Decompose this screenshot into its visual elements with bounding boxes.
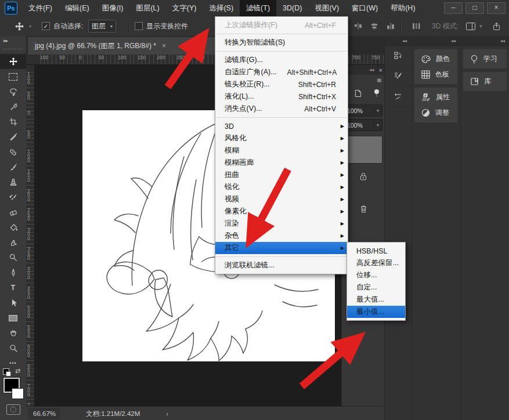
- filter-menu-item[interactable]: 镜头校正(R)... Shift+Ctrl+R ▶: [215, 78, 348, 90]
- delete-layer-icon[interactable]: [342, 181, 385, 213]
- zoom-level-field[interactable]: 66.67%: [29, 408, 60, 419]
- auto-select-checkbox[interactable]: ✓: [42, 16, 50, 36]
- filter-menu-item[interactable]: 自适应广角(A)... Alt+Shift+Ctrl+A ▶: [215, 66, 348, 78]
- submenu-item[interactable]: HSB/HSL: [347, 245, 405, 257]
- marquee-tool-button[interactable]: [0, 69, 26, 84]
- properties-panel-button[interactable]: 属性: [414, 89, 457, 105]
- lock-icon[interactable]: [342, 164, 385, 181]
- collapse-dock-icon[interactable]: ◂◂: [451, 38, 456, 44]
- pen-tool-button[interactable]: [0, 265, 26, 280]
- zoom-tool-button[interactable]: [0, 341, 26, 356]
- filter-menu-item[interactable]: 杂色 ▶: [215, 230, 348, 242]
- layer-thumbnail[interactable]: [344, 136, 382, 164]
- brush-settings-panel-icon[interactable]: [385, 66, 411, 86]
- type-tool-button[interactable]: T: [0, 280, 26, 295]
- filter-menu-item[interactable]: 模糊画廊 ▶: [215, 157, 348, 169]
- filter-menu-item[interactable]: 渲染 ▶: [215, 218, 348, 230]
- submenu-item[interactable]: 位移...: [347, 269, 405, 281]
- close-panel-icon[interactable]: ×: [379, 67, 382, 74]
- filter-menu-item[interactable]: 滤镜库(G)... ▶: [215, 54, 348, 66]
- menubar-item[interactable]: 滤镜(T): [240, 0, 276, 16]
- align-bottom-icon[interactable]: [384, 16, 397, 36]
- tool-preset-chevron-icon[interactable]: ▾: [29, 16, 31, 36]
- filter-menu-item[interactable]: 转换为智能滤镜(S) ▶: [215, 37, 348, 49]
- document-tab[interactable]: jpg (4).jpg @ 66.7% (图层 1, RGB/8#) * ×: [28, 37, 224, 55]
- share-icon[interactable]: [490, 16, 503, 36]
- submenu-item[interactable]: 自定...: [347, 281, 405, 294]
- blend-mode-icon[interactable]: [355, 89, 362, 99]
- gradient-tool-button[interactable]: [0, 220, 26, 235]
- opacity-knob-icon[interactable]: [373, 89, 380, 100]
- lasso-tool-button[interactable]: [0, 84, 26, 99]
- menubar-item[interactable]: 帮助(H): [384, 0, 421, 16]
- minimize-button[interactable]: –: [444, 2, 463, 14]
- filter-menu-item[interactable]: 上次滤镜操作(F) Alt+Ctrl+F ▶: [215, 19, 348, 31]
- brush-tool-button[interactable]: [0, 160, 26, 175]
- quick-mask-button[interactable]: [0, 403, 26, 416]
- options-chevron-icon[interactable]: ▾: [479, 16, 482, 36]
- collapse-dock-icon[interactable]: ◂◂: [500, 38, 505, 44]
- default-colors-icon[interactable]: [3, 368, 9, 375]
- libraries-panel-button[interactable]: 库: [463, 74, 507, 89]
- filter-menu-item[interactable]: 视频 ▶: [215, 193, 348, 205]
- learn-panel-button[interactable]: 学习: [463, 51, 507, 67]
- menubar-item[interactable]: 视图(V): [308, 0, 345, 16]
- filter-menu-item[interactable]: 风格化 ▶: [215, 132, 348, 144]
- chevron-down-icon[interactable]: ▾: [373, 123, 382, 128]
- tool-presets-panel-icon[interactable]: [385, 86, 411, 107]
- path-select-tool-button[interactable]: [0, 295, 26, 310]
- filter-menu-item[interactable]: 锐化 ▶: [215, 181, 348, 193]
- submenu-item[interactable]: 高反差保留...: [347, 257, 405, 269]
- submenu-item[interactable]: 最大值...: [347, 294, 405, 306]
- history-panel-icon[interactable]: [385, 46, 411, 66]
- status-chevron-icon[interactable]: ›: [166, 410, 168, 417]
- tab-close-icon[interactable]: ×: [162, 42, 166, 50]
- filter-menu-item[interactable]: 浏览联机滤镜... ▶: [215, 259, 348, 271]
- menubar-item[interactable]: 图像(I): [96, 0, 130, 16]
- opacity-field[interactable]: 100% ▾: [344, 104, 382, 117]
- hand-tool-button[interactable]: [0, 325, 26, 341]
- menubar-item[interactable]: 3D(D): [276, 0, 308, 16]
- align-center-icon[interactable]: [368, 16, 381, 36]
- filter-menu-item[interactable]: 3D ▶: [215, 120, 348, 132]
- auto-select-target-dropdown[interactable]: 图层▾: [88, 16, 116, 36]
- move-tool-button[interactable]: [0, 54, 26, 69]
- background-color[interactable]: [12, 388, 24, 399]
- menubar-item[interactable]: 编辑(E): [59, 0, 96, 16]
- history-brush-tool-button[interactable]: [0, 190, 26, 205]
- shape-tool-button[interactable]: [0, 310, 26, 325]
- toolbar-expand-icon[interactable]: ▸▸: [0, 36, 26, 45]
- crop-tool-button[interactable]: [0, 114, 26, 129]
- submenu-item[interactable]: 最小值...: [347, 306, 405, 318]
- menubar-item[interactable]: 窗口(W): [345, 0, 384, 16]
- magic-wand-tool-button[interactable]: [0, 99, 26, 114]
- filter-menu-item[interactable]: 消失点(V)... Alt+Ctrl+V ▶: [215, 103, 348, 115]
- menubar-item[interactable]: 图层(L): [129, 0, 165, 16]
- filter-menu-item[interactable]: 扭曲 ▶: [215, 169, 348, 181]
- eraser-tool-button[interactable]: [0, 205, 26, 220]
- distribute-icon[interactable]: [410, 16, 423, 36]
- smudge-tool-button[interactable]: [0, 235, 26, 250]
- workspace-icon[interactable]: [464, 16, 477, 36]
- clone-stamp-tool-button[interactable]: [0, 175, 26, 190]
- swatches-panel-button[interactable]: 色板: [414, 67, 457, 82]
- fill-field[interactable]: 100% ▾: [344, 119, 382, 131]
- chevron-down-icon[interactable]: ▾: [373, 108, 382, 113]
- panel-menu-icon[interactable]: ≡: [342, 75, 385, 85]
- filter-menu-item[interactable]: 液化(L)... Shift+Ctrl+X ▶: [215, 90, 348, 103]
- color-panel-button[interactable]: 颜色: [414, 51, 457, 67]
- menubar-item[interactable]: 选择(S): [203, 0, 240, 16]
- align-top-icon[interactable]: [352, 16, 364, 36]
- eyedropper-tool-button[interactable]: [0, 129, 26, 144]
- spot-healing-tool-button[interactable]: [0, 144, 26, 160]
- menubar-item[interactable]: 文件(F): [22, 0, 59, 16]
- collapse-panel-icon[interactable]: ◂◂: [370, 67, 374, 73]
- toolbar-grip[interactable]: [3, 45, 23, 53]
- swap-colors-icon[interactable]: ⇄: [15, 367, 20, 375]
- filter-menu-item[interactable]: 模糊 ▶: [215, 144, 348, 157]
- collapse-dock-icon[interactable]: ◂◂: [402, 38, 407, 44]
- filter-menu-item[interactable]: 其它 ▶: [215, 242, 348, 254]
- adjustments-panel-button[interactable]: 调整: [414, 105, 457, 121]
- filter-menu-item[interactable]: 像素化 ▶: [215, 205, 348, 218]
- dodge-tool-button[interactable]: [0, 250, 26, 265]
